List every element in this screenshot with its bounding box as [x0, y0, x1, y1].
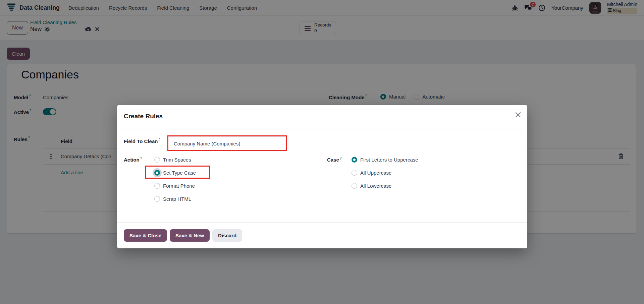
discard-button[interactable]: Discard: [212, 229, 242, 242]
action-label: Action?: [124, 157, 142, 163]
close-icon[interactable]: [515, 112, 521, 119]
action-format-phone[interactable]: Format Phone: [154, 179, 196, 192]
case-options: First Letters to Uppercase All Uppercase…: [352, 153, 418, 192]
dialog-header: Create Rules: [117, 105, 527, 128]
action-options: Trim Spaces Set Type Case Format Phone S…: [154, 153, 196, 205]
help-icon: ?: [140, 157, 142, 160]
radio-all-uppercase[interactable]: [352, 170, 357, 176]
field-to-clean-input[interactable]: [168, 136, 286, 151]
dialog-title: Create Rules: [124, 113, 163, 120]
radio-first-letters-uppercase[interactable]: [352, 157, 357, 163]
action-set-type-case[interactable]: Set Type Case: [154, 166, 196, 179]
case-label: Case?: [327, 157, 341, 163]
radio-scrap-html[interactable]: [154, 196, 160, 202]
dialog-footer: Save & Close Save & New Discard: [117, 222, 527, 248]
radio-set-type-case[interactable]: [154, 170, 160, 176]
create-rules-dialog: Create Rules Field To Clean? Action? Tri…: [117, 105, 527, 248]
action-trim-spaces[interactable]: Trim Spaces: [154, 153, 196, 166]
help-icon: ?: [158, 138, 160, 142]
case-all-lowercase[interactable]: All Lowercase: [352, 179, 418, 192]
action-scrap-html[interactable]: Scrap HTML: [154, 192, 196, 205]
field-to-clean-label: Field To Clean?: [124, 138, 160, 144]
radio-all-lowercase[interactable]: [352, 183, 357, 189]
case-first-letters-uppercase[interactable]: First Letters to Uppercase: [352, 153, 418, 166]
app-root: Data Cleaning Deduplication Recycle Reco…: [0, 0, 644, 304]
radio-trim-spaces[interactable]: [154, 157, 160, 163]
save-new-button[interactable]: Save & New: [170, 229, 210, 242]
case-all-uppercase[interactable]: All Uppercase: [352, 166, 418, 179]
help-icon: ?: [340, 157, 342, 160]
radio-format-phone[interactable]: [154, 183, 160, 189]
save-close-button[interactable]: Save & Close: [124, 229, 167, 242]
